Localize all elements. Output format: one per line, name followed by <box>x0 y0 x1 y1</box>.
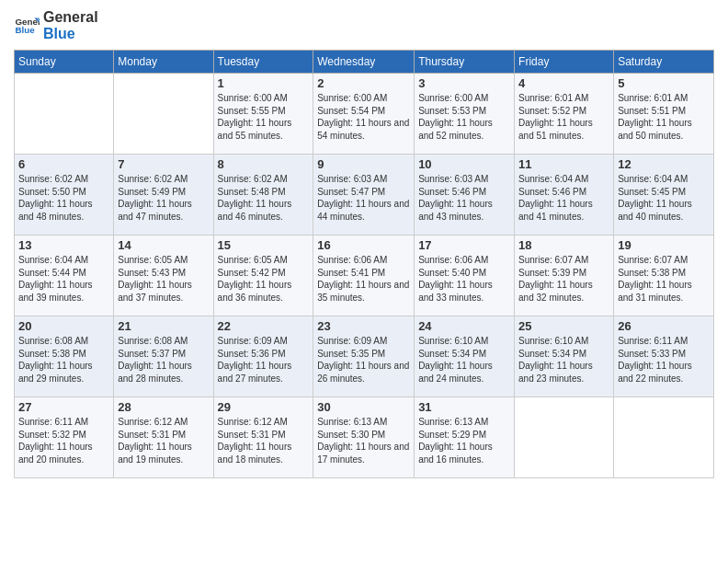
calendar-cell: 17Sunrise: 6:06 AMSunset: 5:40 PMDayligh… <box>415 236 515 316</box>
sunrise-text: Sunrise: 6:02 AM <box>218 174 288 184</box>
daylight-text: Daylight: 11 hours and 18 minutes. <box>218 442 292 465</box>
calendar-cell: 15Sunrise: 6:05 AMSunset: 5:42 PMDayligh… <box>213 236 313 316</box>
daylight-text: Daylight: 11 hours and 35 minutes. <box>317 280 409 303</box>
sunset-text: Sunset: 5:37 PM <box>118 349 186 359</box>
daylight-text: Daylight: 11 hours and 47 minutes. <box>118 199 192 222</box>
day-number: 12 <box>618 157 710 171</box>
logo: General Blue General Blue <box>14 9 98 42</box>
calendar-cell: 25Sunrise: 6:10 AMSunset: 5:34 PMDayligh… <box>515 316 614 397</box>
day-number: 17 <box>418 238 510 252</box>
sunrise-text: Sunrise: 6:09 AM <box>317 336 387 346</box>
daylight-text: Daylight: 11 hours and 39 minutes. <box>18 280 93 303</box>
sunrise-text: Sunrise: 6:11 AM <box>618 336 688 346</box>
daylight-text: Daylight: 11 hours and 23 minutes. <box>518 361 593 384</box>
col-header-wednesday: Wednesday <box>313 51 415 74</box>
calendar-cell: 31Sunrise: 6:13 AMSunset: 5:29 PMDayligh… <box>415 397 515 478</box>
day-number: 11 <box>518 157 609 171</box>
sunrise-text: Sunrise: 6:05 AM <box>218 255 288 265</box>
sunset-text: Sunset: 5:51 PM <box>618 106 686 116</box>
sunset-text: Sunset: 5:55 PM <box>218 106 286 116</box>
day-number: 15 <box>218 238 310 252</box>
calendar-cell: 29Sunrise: 6:12 AMSunset: 5:31 PMDayligh… <box>213 397 313 478</box>
daylight-text: Daylight: 11 hours and 50 minutes. <box>618 118 692 141</box>
sunset-text: Sunset: 5:48 PM <box>218 187 286 197</box>
cell-info: Sunrise: 6:07 AMSunset: 5:39 PMDaylight:… <box>518 254 609 304</box>
calendar-cell: 5Sunrise: 6:01 AMSunset: 5:51 PMDaylight… <box>614 74 714 155</box>
day-number: 5 <box>618 76 710 90</box>
svg-text:Blue: Blue <box>15 25 35 35</box>
day-number: 20 <box>18 319 109 333</box>
sunrise-text: Sunrise: 6:00 AM <box>218 93 288 103</box>
logo-icon: General Blue <box>14 13 40 39</box>
cell-info: Sunrise: 6:05 AMSunset: 5:43 PMDaylight:… <box>118 254 209 304</box>
cell-info: Sunrise: 6:04 AMSunset: 5:46 PMDaylight:… <box>518 173 609 223</box>
day-number: 29 <box>218 400 310 414</box>
sunset-text: Sunset: 5:47 PM <box>317 187 385 197</box>
day-number: 8 <box>218 157 310 171</box>
sunset-text: Sunset: 5:35 PM <box>317 349 385 359</box>
calendar-cell: 7Sunrise: 6:02 AMSunset: 5:49 PMDaylight… <box>114 155 213 236</box>
cell-info: Sunrise: 6:07 AMSunset: 5:38 PMDaylight:… <box>618 254 710 304</box>
sunset-text: Sunset: 5:44 PM <box>18 268 86 278</box>
daylight-text: Daylight: 11 hours and 16 minutes. <box>418 442 493 465</box>
page: General Blue General Blue SundayMondayTu… <box>0 0 728 563</box>
sunrise-text: Sunrise: 6:08 AM <box>118 336 188 346</box>
sunrise-text: Sunrise: 6:03 AM <box>418 174 488 184</box>
daylight-text: Daylight: 11 hours and 26 minutes. <box>317 361 409 384</box>
daylight-text: Daylight: 11 hours and 44 minutes. <box>317 199 409 222</box>
sunrise-text: Sunrise: 6:11 AM <box>18 417 88 427</box>
day-number: 3 <box>418 76 510 90</box>
day-number: 4 <box>518 76 609 90</box>
sunrise-text: Sunrise: 6:01 AM <box>518 93 588 103</box>
day-number: 16 <box>317 238 410 252</box>
cell-info: Sunrise: 6:11 AMSunset: 5:32 PMDaylight:… <box>18 416 109 465</box>
day-number: 14 <box>118 238 209 252</box>
day-number: 1 <box>218 76 310 90</box>
calendar-cell: 18Sunrise: 6:07 AMSunset: 5:39 PMDayligh… <box>515 236 614 316</box>
cell-info: Sunrise: 6:02 AMSunset: 5:50 PMDaylight:… <box>18 173 109 223</box>
sunrise-text: Sunrise: 6:04 AM <box>618 174 688 184</box>
sunset-text: Sunset: 5:53 PM <box>418 106 486 116</box>
calendar-cell: 2Sunrise: 6:00 AMSunset: 5:54 PMDaylight… <box>313 74 415 155</box>
sunrise-text: Sunrise: 6:10 AM <box>418 336 488 346</box>
day-number: 9 <box>317 157 410 171</box>
calendar-week-row: 13Sunrise: 6:04 AMSunset: 5:44 PMDayligh… <box>15 236 714 316</box>
sunset-text: Sunset: 5:54 PM <box>317 106 385 116</box>
sunset-text: Sunset: 5:31 PM <box>218 430 286 440</box>
sunrise-text: Sunrise: 6:00 AM <box>418 93 488 103</box>
logo-general: General <box>43 9 98 26</box>
calendar-cell: 27Sunrise: 6:11 AMSunset: 5:32 PMDayligh… <box>15 397 114 478</box>
day-number: 10 <box>418 157 510 171</box>
cell-info: Sunrise: 6:08 AMSunset: 5:37 PMDaylight:… <box>118 335 209 385</box>
calendar-cell <box>114 74 213 155</box>
calendar-cell: 12Sunrise: 6:04 AMSunset: 5:45 PMDayligh… <box>614 155 714 236</box>
day-number: 27 <box>18 400 109 414</box>
day-number: 7 <box>118 157 209 171</box>
sunset-text: Sunset: 5:50 PM <box>18 187 86 197</box>
sunrise-text: Sunrise: 6:02 AM <box>18 174 88 184</box>
sunrise-text: Sunrise: 6:12 AM <box>218 417 288 427</box>
calendar-week-row: 1Sunrise: 6:00 AMSunset: 5:55 PMDaylight… <box>15 74 714 155</box>
calendar-cell: 21Sunrise: 6:08 AMSunset: 5:37 PMDayligh… <box>114 316 213 397</box>
cell-info: Sunrise: 6:05 AMSunset: 5:42 PMDaylight:… <box>218 254 310 304</box>
calendar-cell: 26Sunrise: 6:11 AMSunset: 5:33 PMDayligh… <box>614 316 714 397</box>
daylight-text: Daylight: 11 hours and 41 minutes. <box>518 199 593 222</box>
daylight-text: Daylight: 11 hours and 36 minutes. <box>218 280 292 303</box>
day-number: 21 <box>118 319 209 333</box>
day-number: 30 <box>317 400 410 414</box>
col-header-monday: Monday <box>114 51 213 74</box>
calendar-table: SundayMondayTuesdayWednesdayThursdayFrid… <box>14 50 714 478</box>
calendar-cell: 13Sunrise: 6:04 AMSunset: 5:44 PMDayligh… <box>15 236 114 316</box>
cell-info: Sunrise: 6:11 AMSunset: 5:33 PMDaylight:… <box>618 335 710 385</box>
cell-info: Sunrise: 6:12 AMSunset: 5:31 PMDaylight:… <box>218 416 310 465</box>
col-header-sunday: Sunday <box>15 51 114 74</box>
sunset-text: Sunset: 5:45 PM <box>618 187 686 197</box>
daylight-text: Daylight: 11 hours and 24 minutes. <box>418 361 493 384</box>
calendar-header-row: SundayMondayTuesdayWednesdayThursdayFrid… <box>15 51 714 74</box>
cell-info: Sunrise: 6:13 AMSunset: 5:29 PMDaylight:… <box>418 416 510 465</box>
daylight-text: Daylight: 11 hours and 37 minutes. <box>118 280 192 303</box>
sunrise-text: Sunrise: 6:07 AM <box>518 255 588 265</box>
cell-info: Sunrise: 6:01 AMSunset: 5:51 PMDaylight:… <box>618 92 710 142</box>
col-header-thursday: Thursday <box>415 51 515 74</box>
sunset-text: Sunset: 5:36 PM <box>218 349 286 359</box>
